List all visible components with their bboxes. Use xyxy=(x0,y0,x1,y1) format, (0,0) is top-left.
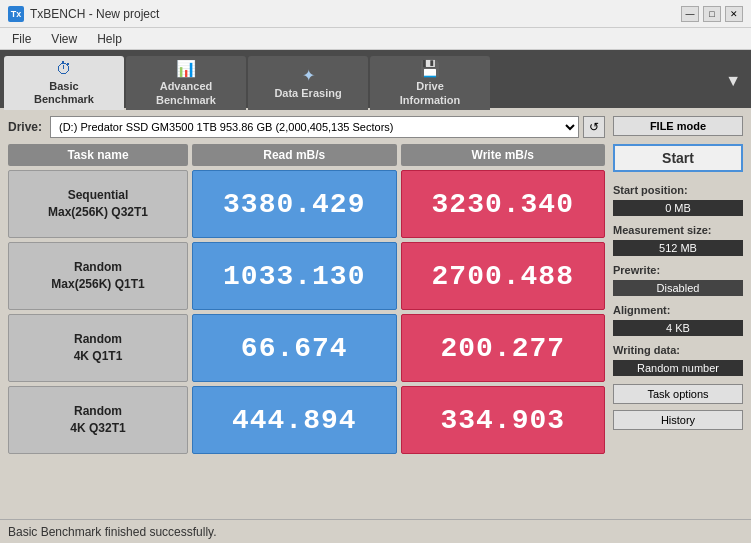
task-name-3: Random4K Q32T1 xyxy=(8,386,188,454)
read-value-3: 444.894 xyxy=(192,386,397,454)
drive-select-wrapper: (D:) Predator SSD GM3500 1TB 953.86 GB (… xyxy=(50,116,605,138)
main-area: Drive: (D:) Predator SSD GM3500 1TB 953.… xyxy=(0,108,751,519)
status-bar: Basic Benchmark finished successfully. xyxy=(0,519,751,543)
tab-drive-label: DriveInformation xyxy=(400,80,461,106)
app-icon: Tx xyxy=(8,6,24,22)
tab-basic-label: BasicBenchmark xyxy=(34,80,94,106)
write-value-3: 334.903 xyxy=(401,386,606,454)
header-task-name: Task name xyxy=(8,144,188,166)
menu-bar: File View Help xyxy=(0,28,751,50)
history-button[interactable]: History xyxy=(613,410,743,430)
write-value-0: 3230.340 xyxy=(401,170,606,238)
write-value-1: 2700.488 xyxy=(401,242,606,310)
left-panel: Drive: (D:) Predator SSD GM3500 1TB 953.… xyxy=(8,116,605,511)
file-mode-button[interactable]: FILE mode xyxy=(613,116,743,136)
menu-view[interactable]: View xyxy=(47,31,81,47)
data-erasing-icon: ✦ xyxy=(302,66,315,85)
writing-data-value: Random number xyxy=(613,360,743,376)
toolbar-arrow[interactable]: ▼ xyxy=(719,54,747,108)
tab-advanced-benchmark[interactable]: 📊 AdvancedBenchmark xyxy=(126,56,246,110)
drive-select[interactable]: (D:) Predator SSD GM3500 1TB 953.86 GB (… xyxy=(50,116,579,138)
alignment-value: 4 KB xyxy=(613,320,743,336)
tab-basic-benchmark[interactable]: ⏱ BasicBenchmark xyxy=(4,56,124,110)
title-bar: Tx TxBENCH - New project — □ ✕ xyxy=(0,0,751,28)
table-row: RandomMax(256K) Q1T1 1033.130 2700.488 xyxy=(8,242,605,310)
drive-information-icon: 💾 xyxy=(420,59,440,78)
read-value-2: 66.674 xyxy=(192,314,397,382)
table-row: Random4K Q32T1 444.894 334.903 xyxy=(8,386,605,454)
read-value-1: 1033.130 xyxy=(192,242,397,310)
start-button[interactable]: Start xyxy=(613,144,743,172)
task-options-button[interactable]: Task options xyxy=(613,384,743,404)
table-header: Task name Read mB/s Write mB/s xyxy=(8,144,605,166)
task-name-0: SequentialMax(256K) Q32T1 xyxy=(8,170,188,238)
basic-benchmark-icon: ⏱ xyxy=(56,60,72,78)
write-value-2: 200.277 xyxy=(401,314,606,382)
start-position-label: Start position: xyxy=(613,184,743,196)
task-name-2: Random4K Q1T1 xyxy=(8,314,188,382)
tab-erasing-label: Data Erasing xyxy=(274,87,341,100)
right-panel: FILE mode Start Start position: 0 MB Mea… xyxy=(613,116,743,511)
tab-advanced-label: AdvancedBenchmark xyxy=(156,80,216,106)
read-value-0: 3380.429 xyxy=(192,170,397,238)
writing-data-label: Writing data: xyxy=(613,344,743,356)
toolbar: ⏱ BasicBenchmark 📊 AdvancedBenchmark ✦ D… xyxy=(0,50,751,108)
prewrite-label: Prewrite: xyxy=(613,264,743,276)
start-position-value: 0 MB xyxy=(613,200,743,216)
window-title: TxBENCH - New project xyxy=(30,7,159,21)
tab-data-erasing[interactable]: ✦ Data Erasing xyxy=(248,56,368,110)
benchmark-table: Task name Read mB/s Write mB/s Sequentia… xyxy=(8,144,605,511)
table-row: Random4K Q1T1 66.674 200.277 xyxy=(8,314,605,382)
menu-help[interactable]: Help xyxy=(93,31,126,47)
table-row: SequentialMax(256K) Q32T1 3380.429 3230.… xyxy=(8,170,605,238)
minimize-button[interactable]: — xyxy=(681,6,699,22)
measurement-size-label: Measurement size: xyxy=(613,224,743,236)
header-read: Read mB/s xyxy=(192,144,397,166)
status-message: Basic Benchmark finished successfully. xyxy=(8,525,217,539)
alignment-label: Alignment: xyxy=(613,304,743,316)
tab-drive-information[interactable]: 💾 DriveInformation xyxy=(370,56,490,110)
maximize-button[interactable]: □ xyxy=(703,6,721,22)
close-button[interactable]: ✕ xyxy=(725,6,743,22)
header-write: Write mB/s xyxy=(401,144,606,166)
task-name-1: RandomMax(256K) Q1T1 xyxy=(8,242,188,310)
measurement-size-value: 512 MB xyxy=(613,240,743,256)
advanced-benchmark-icon: 📊 xyxy=(176,59,196,78)
drive-refresh-button[interactable]: ↺ xyxy=(583,116,605,138)
drive-bar: Drive: (D:) Predator SSD GM3500 1TB 953.… xyxy=(8,116,605,138)
title-bar-left: Tx TxBENCH - New project xyxy=(8,6,159,22)
menu-file[interactable]: File xyxy=(8,31,35,47)
drive-label: Drive: xyxy=(8,120,42,134)
window-controls: — □ ✕ xyxy=(681,6,743,22)
prewrite-value: Disabled xyxy=(613,280,743,296)
